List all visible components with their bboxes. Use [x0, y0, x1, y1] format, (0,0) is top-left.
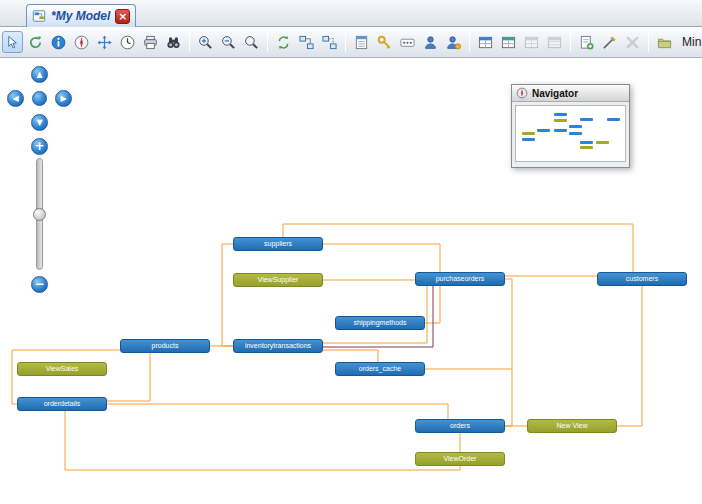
- key-icon: [377, 35, 392, 50]
- zoom-out-icon: [221, 35, 236, 50]
- toolbar-button-relation[interactable]: [296, 31, 317, 53]
- toolbar-separator: [570, 32, 571, 52]
- zoom-in-orb-button[interactable]: +: [31, 138, 48, 155]
- minimap-entity: [580, 141, 593, 144]
- toolbar-separator: [267, 32, 268, 52]
- entity-products[interactable]: products: [120, 339, 210, 353]
- toolbar-button-refresh[interactable]: [25, 31, 46, 53]
- entity-orderdetails[interactable]: orderdetails: [17, 397, 107, 411]
- entity-shippingmethods[interactable]: shippingmethods: [335, 316, 425, 330]
- toolbar-button-auto-arrange[interactable]: [273, 31, 294, 53]
- connection-line: [12, 350, 120, 404]
- toolbar-button-user[interactable]: [420, 31, 441, 53]
- folder-icon: [657, 35, 672, 50]
- entity-viewsales[interactable]: ViewSales: [17, 362, 107, 376]
- pan-down-button[interactable]: ▼: [31, 114, 48, 131]
- select-tool-icon: [5, 35, 20, 50]
- auto-arrange-icon: [276, 35, 291, 50]
- toolbar-button-key[interactable]: [374, 31, 395, 53]
- tab-bar: *My Model ×: [0, 0, 702, 27]
- app-window: *My Model × Min Score suppliersViewSuppl…: [0, 0, 702, 504]
- toolbar-button-draw-line[interactable]: [599, 31, 620, 53]
- tab-title: *My Model: [51, 9, 110, 23]
- toolbar-button-table-blue[interactable]: [475, 31, 496, 53]
- toolbar-button-zoom-fit[interactable]: [241, 31, 262, 53]
- entity-vieworder[interactable]: ViewOrder: [415, 452, 505, 466]
- zoom-fit-icon: [244, 35, 259, 50]
- table-gray-2-icon: [547, 35, 562, 50]
- entity-purchaseorders[interactable]: purchaseorders: [415, 272, 505, 286]
- toolbar-separator: [189, 32, 190, 52]
- entity-customers[interactable]: customers: [597, 272, 687, 286]
- minimap-entity: [522, 132, 535, 135]
- new-table-icon: [354, 35, 369, 50]
- navigator-panel[interactable]: Navigator: [511, 84, 630, 168]
- diagram-canvas[interactable]: suppliersViewSupplierpurchaseorderscusto…: [0, 58, 702, 504]
- minimap-entity: [569, 132, 582, 135]
- pan-up-button[interactable]: ▲: [31, 66, 48, 83]
- toolbar-button-folder[interactable]: [654, 31, 675, 53]
- connection-line: [107, 353, 150, 401]
- minimap-entity: [607, 118, 620, 121]
- toolbar-button-info[interactable]: [48, 31, 69, 53]
- toolbar-button-print[interactable]: [140, 31, 161, 53]
- draw-line-icon: [602, 35, 617, 50]
- tab-close-icon[interactable]: ×: [115, 9, 130, 24]
- delete-icon: [625, 35, 640, 50]
- navigator-minimap[interactable]: [515, 105, 626, 162]
- min-score-label: Min Score: [682, 35, 702, 49]
- refresh-icon: [28, 35, 43, 50]
- toolbar-separator: [469, 32, 470, 52]
- toolbar-groups: [2, 31, 675, 53]
- toolbar-button-table-teal[interactable]: [498, 31, 519, 53]
- tab-my-model[interactable]: *My Model ×: [26, 4, 136, 27]
- toolbar-button-relation-dashed[interactable]: [319, 31, 340, 53]
- toolbar-button-password[interactable]: [397, 31, 418, 53]
- toolbar-button-move-tool[interactable]: [94, 31, 115, 53]
- toolbar-button-table-gray-2: [544, 31, 565, 53]
- table-teal-icon: [501, 35, 516, 50]
- toolbar-button-select-tool[interactable]: [2, 31, 23, 53]
- connection-line: [505, 279, 512, 426]
- new-doc-plus-icon: [579, 35, 594, 50]
- compass-icon: [74, 35, 89, 50]
- pan-left-button[interactable]: ◀: [7, 90, 24, 107]
- toolbar-button-clock[interactable]: [117, 31, 138, 53]
- minimap-entity: [554, 119, 567, 122]
- minimap-entity: [522, 138, 535, 141]
- table-blue-icon: [478, 35, 493, 50]
- zoom-out-orb-button[interactable]: −: [31, 276, 48, 293]
- entity-inventorytransactions[interactable]: inventorytransactions: [233, 339, 323, 353]
- toolbar-button-new-doc-plus[interactable]: [576, 31, 597, 53]
- pan-right-button[interactable]: ▶: [55, 90, 72, 107]
- minimap-entity: [569, 125, 582, 128]
- toolbar-button-find[interactable]: [163, 31, 184, 53]
- minimap-entity: [537, 129, 550, 132]
- relation-icon: [299, 35, 314, 50]
- toolbar-button-delete: [622, 31, 643, 53]
- print-icon: [143, 35, 158, 50]
- navigator-header[interactable]: Navigator: [512, 85, 629, 102]
- entity-viewsupplier[interactable]: ViewSupplier: [233, 273, 323, 287]
- toolbar-button-zoom-in[interactable]: [195, 31, 216, 53]
- entity-new-view[interactable]: New View: [527, 419, 617, 433]
- toolbar-button-table-gray-1: [521, 31, 542, 53]
- toolbar-button-compass[interactable]: [71, 31, 92, 53]
- entity-orders-cache[interactable]: orders_cache: [335, 362, 425, 376]
- toolbar-button-zoom-out[interactable]: [218, 31, 239, 53]
- minimap-entity: [580, 146, 593, 149]
- user-badge-icon: [446, 35, 461, 50]
- toolbar-separator: [345, 32, 346, 52]
- password-icon: [400, 35, 415, 50]
- toolbar-button-new-table[interactable]: [351, 31, 372, 53]
- zoom-slider-thumb[interactable]: [33, 208, 46, 221]
- zoom-in-icon: [198, 35, 213, 50]
- pan-center-ball[interactable]: [32, 91, 47, 106]
- toolbar-button-user-badge[interactable]: [443, 31, 464, 53]
- relation-dashed-icon: [322, 35, 337, 50]
- entity-orders[interactable]: orders: [415, 419, 505, 433]
- entity-suppliers[interactable]: suppliers: [233, 237, 323, 251]
- minimap-entity: [596, 141, 609, 144]
- connection-line: [65, 411, 460, 470]
- connection-line: [323, 286, 427, 343]
